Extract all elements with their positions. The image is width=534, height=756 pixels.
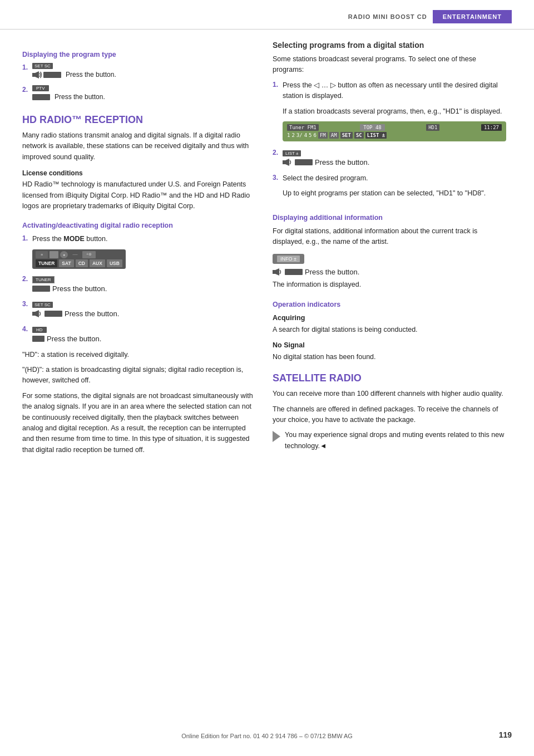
press-row-hd: Press the button. xyxy=(32,335,256,343)
press-label-set-sc: Press the button. xyxy=(65,310,119,318)
svg-marker-3 xyxy=(35,310,39,317)
press-label-1: Press the button. xyxy=(66,71,116,78)
step-1-select-content: Press the ◁ … ▷ button as often as neces… xyxy=(283,80,506,145)
speaker-icon-3 xyxy=(283,159,294,166)
mode-bar-top-row: ≡ ● — +⊕ xyxy=(36,251,122,258)
tuner-btn-2: 2 xyxy=(291,132,294,138)
ui-hd: HD xyxy=(32,327,47,333)
content-area: Displaying the program type 1. SET SC xyxy=(0,41,534,460)
license-heading: License conditions xyxy=(22,169,256,177)
press-label-tuner: Press the button. xyxy=(52,284,107,293)
speaker-icon-4 xyxy=(273,268,284,276)
step-1-content: SET SC Press the button. xyxy=(32,63,256,82)
svg-rect-4 xyxy=(283,160,285,164)
step-4-activate-num: 4. xyxy=(22,325,32,333)
additional-info-heading: Displaying additional information xyxy=(273,214,506,222)
hd-radio-heading: HD RADIO™ RECEPTION xyxy=(22,114,256,126)
footer-text: Online Edition for Part no. 01 40 2 914 … xyxy=(181,733,353,739)
page-container: RADIO MINI BOOST CD ENTERTAINMENT Displa… xyxy=(0,0,534,756)
tuner-btn-5: 5 xyxy=(309,132,312,138)
acquiring-label: Acquiring xyxy=(273,313,506,323)
cd-btn: CD xyxy=(76,259,88,267)
mode-icon-1: ≡ xyxy=(36,251,48,258)
mode-bar-bottom-row: TUNER SAT CD AUX USB xyxy=(36,259,122,267)
header-right-title: ENTERTAINMENT xyxy=(433,10,512,23)
step-2-activate-num: 2. xyxy=(22,275,32,283)
svg-marker-5 xyxy=(285,159,289,166)
press-label-info: Press the button. xyxy=(305,268,359,276)
hd-note-2: "(HD)": a station is broadcasting digita… xyxy=(22,365,256,386)
satellite-body-1: You can receive more than 100 different … xyxy=(273,389,506,399)
tuner-btn-set: SET xyxy=(340,132,353,139)
press-row-1: Press the button. xyxy=(32,71,256,78)
mode-icon-4: — xyxy=(70,251,81,258)
info-btn: INFO ± xyxy=(277,256,300,262)
press-label-hd: Press the button. xyxy=(47,335,101,343)
step-1-activate: 1. Press the MODE button. ≡ ● xyxy=(22,234,256,271)
satellite-radio-heading: SATELLITE RADIO xyxy=(273,372,506,384)
step-2-content: PTV Press the button. xyxy=(32,85,256,104)
page-number: 119 xyxy=(499,730,512,739)
no-signal-label: No Signal xyxy=(273,340,506,351)
step-2-select-content: LIST ± Press the button. xyxy=(283,148,506,170)
sat-btn: SAT xyxy=(59,259,73,267)
press-row-list: Press the button. xyxy=(283,158,506,166)
tuner-btn-4: 4 xyxy=(304,132,307,138)
info-result: The information is displayed. xyxy=(273,279,506,290)
license-body: HD Radio™ technology is manufactured und… xyxy=(22,179,256,212)
step-1-select: 1. Press the ◁ … ▷ button as often as ne… xyxy=(273,80,506,145)
tuner-btn-6: 6 xyxy=(314,132,317,138)
mode-icon-5: +⊕ xyxy=(82,251,96,258)
satellite-body-2: The channels are offered in defined pack… xyxy=(273,404,506,426)
ui-tuner: TUNER xyxy=(32,276,55,283)
step-3-activate-content: SET SC Press the button. xyxy=(32,300,256,321)
press-label-list: Press the button. xyxy=(315,158,369,166)
hd-note-3: For some stations, the digital signals a… xyxy=(22,391,256,455)
tuner-btn-am: AM xyxy=(329,132,339,139)
tuner-label-fm1: Tuner FM1 xyxy=(287,124,319,131)
ui-set-sc-2: SET SC xyxy=(32,302,53,308)
tuner-btn-fm: FM xyxy=(318,132,328,139)
mode-bar: ≡ ● — +⊕ xyxy=(32,249,126,269)
step-2-num: 2. xyxy=(22,86,32,94)
step-2-display-type: 2. PTV Press the button. xyxy=(22,85,256,104)
step-3-select-num: 3. xyxy=(273,174,283,181)
step-3-select-note: Up to eight programs per station can be … xyxy=(283,188,506,199)
step-1-num: 1. xyxy=(22,63,32,71)
aux-btn: AUX xyxy=(90,259,105,267)
mode-icon-3: ● xyxy=(60,251,68,258)
tuner-label-top48: TOP 48 xyxy=(360,124,385,131)
svg-rect-6 xyxy=(273,270,275,274)
step-1-select-note: If a station broadcasts several programs… xyxy=(283,106,506,117)
speaker-icon-2 xyxy=(32,310,43,317)
selecting-programs-heading: Selecting programs from a digital statio… xyxy=(273,41,506,50)
ui-list: LIST ± xyxy=(283,150,301,156)
svg-marker-7 xyxy=(275,268,279,276)
step-2-activate-content: TUNER Press the button. xyxy=(32,274,256,296)
tuner-display: Tuner FM1 TOP 48 HD1 11:27 1 2 3/ 4 5 6 xyxy=(283,121,506,141)
header-left-title: RADIO MINI BOOST CD xyxy=(348,13,427,20)
tuner-btn-3v: 3/ xyxy=(296,132,303,138)
step-1-select-num: 1. xyxy=(273,81,283,89)
press-row-tuner: Press the button. xyxy=(32,284,256,293)
press-row-2: Press the button. xyxy=(32,93,256,101)
svg-rect-2 xyxy=(32,312,35,316)
footer: Online Edition for Part no. 01 40 2 914 … xyxy=(0,733,534,739)
step-3-select: 3. Select the desired program. Up to eig… xyxy=(273,173,506,204)
press-row-info: Press the button. xyxy=(273,268,506,276)
step-4-activate-content: HD Press the button. xyxy=(32,325,256,346)
section-displaying-program-type-heading: Displaying the program type xyxy=(22,51,256,58)
right-column: Selecting programs from a digital statio… xyxy=(273,41,506,460)
speaker-icon-1 xyxy=(32,71,43,78)
tuner-btn-sc: SC xyxy=(354,132,364,139)
tuner-top-row: Tuner FM1 TOP 48 HD1 11:27 xyxy=(287,124,502,131)
step-3-activate-num: 3. xyxy=(22,300,32,308)
tuner-btn-1: 1 xyxy=(287,132,290,138)
step-1-activate-text: Press the MODE button. xyxy=(32,234,256,244)
tuner-btn-list: LIST ± xyxy=(365,132,387,139)
header: RADIO MINI BOOST CD ENTERTAINMENT xyxy=(0,0,534,30)
usb-btn: USB xyxy=(107,259,122,267)
press-row-set-sc: Press the button. xyxy=(32,310,256,318)
selecting-body: Some stations broadcast several programs… xyxy=(273,54,506,76)
svg-marker-1 xyxy=(35,71,39,78)
